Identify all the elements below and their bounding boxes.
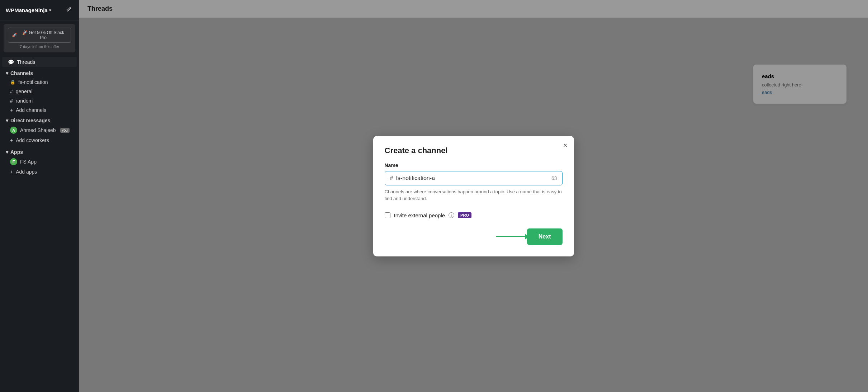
close-modal-button[interactable]: × <box>563 142 568 149</box>
workspace-name[interactable]: WPManageNinja ▾ <box>6 7 51 13</box>
sidebar-item-random[interactable]: # random <box>0 96 79 105</box>
add-channels-item[interactable]: + Add channels <box>0 105 79 115</box>
sidebar-item-general[interactable]: # general <box>0 87 79 96</box>
add-coworkers-label: Add coworkers <box>16 137 49 143</box>
hash-symbol: # <box>390 175 393 181</box>
avatar-ahmed: A <box>10 127 17 134</box>
hash-icon-random: # <box>10 98 13 104</box>
char-count: 63 <box>551 175 557 181</box>
avatar-fs-app: F <box>10 158 17 165</box>
plus-icon-channels: + <box>10 107 13 113</box>
threads-icon: 💬 <box>8 59 14 65</box>
plus-icon-coworkers: + <box>10 137 13 143</box>
threads-label: Threads <box>17 59 35 65</box>
invite-external-checkbox[interactable] <box>385 212 390 218</box>
add-apps-item[interactable]: + Add apps <box>0 167 79 176</box>
plus-icon-apps: + <box>10 169 13 175</box>
sidebar-item-fs-notification[interactable]: 🔒 fs-notification <box>0 77 79 87</box>
promo-banner: 🚀 🚀 Get 50% Off Slack Pro 7 days left on… <box>4 24 75 52</box>
chevron-dm-icon: ▾ <box>6 118 8 123</box>
lock-icon: 🔒 <box>10 80 15 85</box>
modal-title: Create a channel <box>385 146 563 155</box>
next-button[interactable]: Next <box>527 228 563 245</box>
fs-app-name: FS App <box>20 159 37 165</box>
sidebar: WPManageNinja ▾ 🚀 🚀 Get 50% Off Slack Pr… <box>0 0 79 392</box>
apps-section-header[interactable]: ▾ Apps <box>0 146 79 156</box>
invite-label: Invite external people <box>394 212 445 218</box>
sidebar-item-fs-app[interactable]: F FS App <box>0 156 79 167</box>
sidebar-header: WPManageNinja ▾ <box>0 0 79 20</box>
workspace-name-text: WPManageNinja <box>6 7 48 13</box>
chevron-channels-icon: ▾ <box>6 70 8 76</box>
arrow-line <box>496 236 525 237</box>
channel-input-wrapper: # 63 <box>385 171 563 185</box>
pro-badge: PRO <box>458 212 471 218</box>
rocket-icon: 🚀 <box>12 33 17 38</box>
name-field-label: Name <box>385 162 563 168</box>
invite-row: Invite external people i PRO <box>385 212 563 218</box>
sidebar-item-threads[interactable]: 💬 Threads <box>2 57 77 67</box>
channel-name-fs-notification: fs-notification <box>18 79 48 85</box>
direct-messages-section-header[interactable]: ▾ Direct messages <box>0 115 79 125</box>
you-badge: you <box>60 128 70 133</box>
chevron-apps-icon: ▾ <box>6 149 8 155</box>
channels-section-header[interactable]: ▾ Channels <box>0 67 79 77</box>
promo-label: 🚀 Get 50% Off Slack Pro <box>19 30 67 40</box>
hash-icon-general: # <box>10 89 13 94</box>
action-row: Next <box>385 228 563 245</box>
arrow-container <box>496 234 529 240</box>
sidebar-item-ahmed[interactable]: A Ahmed Shajeeb you <box>0 125 79 136</box>
add-apps-label: Add apps <box>16 169 37 175</box>
field-hint: Channels are where conversations happen … <box>385 188 563 202</box>
channels-label: Channels <box>10 70 33 76</box>
edit-icon-button[interactable] <box>65 5 73 15</box>
ahmed-name: Ahmed Shajeeb <box>20 127 56 133</box>
create-channel-modal: × Create a channel Name # 63 Channels ar… <box>373 136 574 256</box>
main-content: Threads eads collected right here. eads … <box>79 0 868 392</box>
chevron-down-icon: ▾ <box>49 8 51 12</box>
dm-section-label: Direct messages <box>10 118 50 123</box>
sidebar-nav: 💬 Threads ▾ Channels 🔒 fs-notification #… <box>0 55 79 392</box>
add-channels-label: Add channels <box>16 107 46 113</box>
modal-overlay: × Create a channel Name # 63 Channels ar… <box>79 0 868 392</box>
apps-section-label: Apps <box>10 149 23 155</box>
channel-name-random: random <box>16 98 33 104</box>
promo-button[interactable]: 🚀 🚀 Get 50% Off Slack Pro <box>8 28 71 43</box>
channel-name-input[interactable] <box>396 175 549 181</box>
info-icon[interactable]: i <box>449 212 454 218</box>
channel-name-general: general <box>16 89 33 94</box>
promo-days-text: 7 days left on this offer <box>8 44 71 49</box>
add-coworkers-item[interactable]: + Add coworkers <box>0 136 79 145</box>
